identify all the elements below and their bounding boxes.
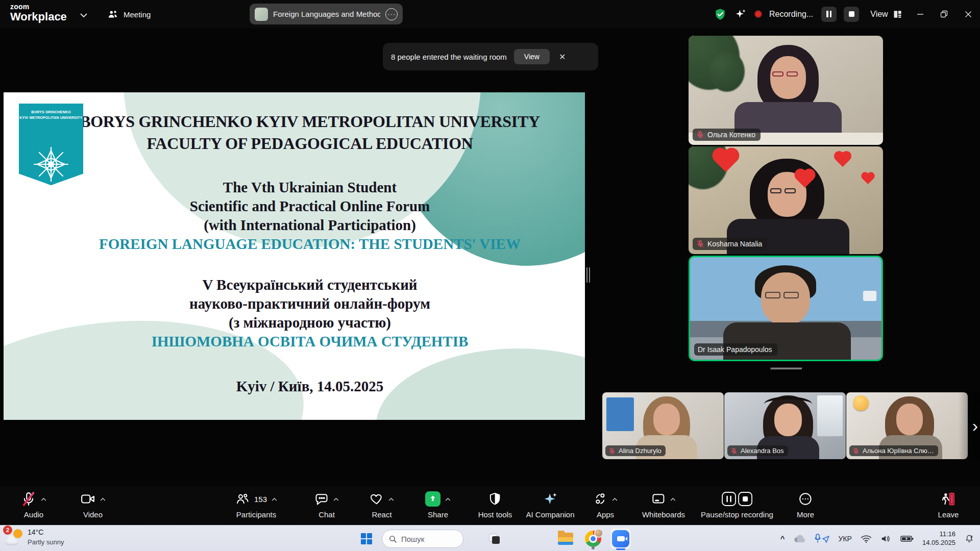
video-tile-isaak-papadopoulos-active[interactable]: Dr Isaak Papadopoulos — [689, 256, 883, 361]
restore-button[interactable] — [932, 0, 956, 28]
camera-icon — [80, 491, 95, 507]
minimize-button[interactable] — [908, 0, 932, 28]
chat-button[interactable]: Chat — [314, 490, 339, 519]
clock-widget[interactable]: 11:16 14.05.2025 — [920, 529, 958, 549]
wifi-button[interactable] — [858, 529, 874, 549]
view-layout-button[interactable]: View — [870, 9, 902, 19]
ai-companion-button[interactable]: AI Companion — [526, 490, 574, 519]
titlebar-status-cluster: Recording... View — [714, 0, 903, 28]
task-view-button[interactable] — [484, 529, 504, 549]
view-label: View — [870, 10, 888, 19]
chevron-up-icon[interactable] — [272, 497, 277, 501]
close-button[interactable] — [956, 0, 980, 28]
zoom-app-button[interactable] — [610, 529, 631, 549]
tab-shared-screen[interactable]: Foreign Languages and Methodc ··· — [250, 4, 403, 24]
heart-reaction-icon — [863, 173, 873, 184]
participants-button[interactable]: 153 Participants — [235, 490, 277, 519]
whiteboards-button[interactable]: Whiteboards — [642, 490, 685, 519]
plant-decor — [709, 51, 745, 92]
battery-button[interactable] — [898, 529, 916, 549]
speaker-icon — [880, 534, 892, 543]
weather-condition: Partly sunny — [28, 538, 64, 546]
chevron-up-icon[interactable] — [445, 497, 451, 501]
onedrive-button[interactable] — [791, 529, 808, 549]
mic-muted-icon — [696, 131, 704, 139]
start-button[interactable] — [356, 529, 377, 549]
apps-button[interactable]: Apps — [593, 490, 618, 519]
participant-name-chip: Alexandra Bos — [727, 445, 788, 456]
next-participants-button[interactable]: › — [959, 392, 980, 459]
chat-label: Chat — [318, 510, 335, 519]
apps-icon — [593, 492, 607, 506]
tab-meeting[interactable]: Meeting — [102, 5, 156, 23]
heart-reaction-icon — [836, 153, 850, 167]
video-tile-alexandra-bos[interactable]: Alexandra Bos — [724, 392, 846, 459]
ai-sparkle-icon[interactable] — [734, 8, 747, 21]
chevron-up-icon[interactable] — [41, 497, 46, 501]
sun-icon — [13, 529, 22, 538]
forum-uk-line3: (з міжнародною участю) — [44, 313, 575, 332]
video-tile-kosharna-natalia[interactable]: Kosharna Natalia — [689, 146, 883, 254]
taskbar-search[interactable] — [382, 530, 463, 548]
weather-widget[interactable]: 2 14°C Partly sunny — [5, 528, 64, 547]
task-view-icon — [492, 536, 500, 544]
recording-label: Recording... — [769, 10, 813, 19]
chevron-up-icon[interactable] — [612, 497, 618, 501]
pause-recording-button[interactable] — [821, 7, 837, 22]
panel-resize-handle[interactable] — [586, 267, 591, 283]
more-button[interactable]: More — [797, 490, 814, 519]
chrome-icon — [585, 531, 601, 547]
shared-tab-more-button[interactable]: ··· — [385, 8, 398, 20]
cloud-icon — [5, 539, 18, 545]
participant-name: Dr Isaak Papadopoulos — [698, 345, 772, 354]
video-button[interactable]: Video — [80, 490, 106, 519]
volume-button[interactable] — [878, 529, 894, 549]
host-tools-button[interactable]: Host tools — [478, 490, 512, 519]
chevron-up-icon[interactable] — [333, 497, 339, 501]
search-icon — [388, 535, 397, 543]
share-button[interactable]: Share — [425, 490, 451, 519]
search-input[interactable] — [401, 535, 452, 543]
heart-icon — [370, 492, 384, 506]
video-tile-olha-kotenko[interactable]: Ольга Котенко — [689, 36, 883, 145]
pause-stop-icons — [721, 491, 753, 507]
language-switcher[interactable]: УКР — [836, 529, 854, 549]
panel-drag-handle[interactable] — [770, 367, 803, 370]
more-label: More — [797, 510, 814, 519]
audio-button[interactable]: Audio — [21, 490, 46, 519]
forum-en-title: FOREIGN LANGUAGE EDUCATION: THE STUDENTS… — [44, 235, 575, 254]
chevron-down-icon — [80, 13, 87, 18]
pause-stop-recording-button[interactable]: Pause/stop recording — [701, 490, 773, 519]
waiting-room-toast: 8 people entered the waiting room View ✕ — [383, 43, 598, 70]
shared-tab-label: Foreign Languages and Methodc — [273, 10, 380, 18]
participant-name-chip: Kosharna Natalia — [693, 238, 767, 250]
leave-button[interactable]: Leave — [938, 490, 959, 519]
file-explorer-button[interactable] — [555, 529, 576, 549]
react-button[interactable]: React — [370, 490, 394, 519]
security-shield-icon[interactable] — [714, 8, 727, 21]
logo-caption-line2: KYIV METROPOLITAN UNIVERSITY — [19, 116, 82, 119]
chat-icon — [314, 492, 329, 506]
chevron-up-icon[interactable] — [670, 497, 676, 501]
active-app-indicator — [616, 548, 625, 550]
video-watermark — [863, 291, 876, 301]
video-tile-alona-yuriivna[interactable]: Альона Юріївна Слю… — [846, 392, 968, 459]
participant-name: Alexandra Bos — [741, 447, 784, 455]
participant-name: Kosharna Natalia — [707, 240, 762, 248]
toast-close-button[interactable]: ✕ — [557, 50, 568, 64]
system-tray: ^ УКР 11:16 14.05.2025 — [778, 525, 977, 551]
tray-expand-button[interactable]: ^ — [778, 529, 788, 549]
waiting-room-view-button[interactable]: View — [514, 49, 550, 64]
chevron-up-icon[interactable] — [388, 497, 394, 501]
shield-icon — [488, 492, 502, 506]
workspace-dropdown-button[interactable] — [78, 10, 90, 20]
notifications-dnd-button[interactable] — [962, 529, 977, 549]
stop-recording-button[interactable] — [844, 7, 859, 22]
participant-name-chip: Alina Dzhurylo — [605, 445, 666, 456]
restore-icon — [940, 10, 948, 18]
chrome-button[interactable] — [583, 529, 603, 549]
share-screen-icon — [425, 491, 440, 507]
chevron-up-icon[interactable] — [100, 497, 106, 501]
mic-location-indicators[interactable] — [812, 529, 832, 549]
video-tile-alina-dzhurylo[interactable]: Alina Dzhurylo — [602, 392, 724, 459]
